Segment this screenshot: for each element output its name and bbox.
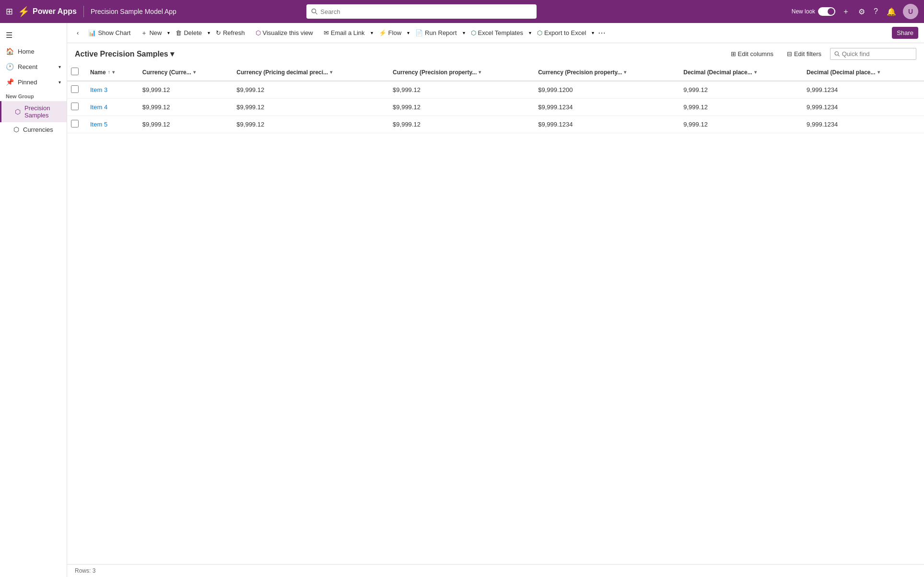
sidebar-item-pinned[interactable]: 📌 Pinned ▾	[0, 74, 67, 90]
delete-dropdown-icon[interactable]: ▾	[208, 30, 210, 35]
row-decimal2: 9,999.1234	[801, 81, 924, 99]
new-look-label: New look	[792, 8, 815, 15]
notifications-button[interactable]: 🔔	[885, 5, 898, 18]
power-apps-icon: ⚡	[18, 6, 30, 17]
flow-dropdown-icon[interactable]: ▾	[407, 30, 409, 35]
back-button[interactable]: ‹	[73, 27, 82, 39]
col-decimal1-label: Decimal (Decimal place...	[683, 69, 752, 76]
excel-templates-button[interactable]: ⬡ Excel Templates	[466, 27, 528, 39]
row-checkbox-cell[interactable]	[67, 99, 84, 116]
share-label: Share	[897, 29, 913, 36]
sidebar-group-label: New Group	[0, 90, 67, 101]
refresh-icon: ↻	[216, 29, 221, 36]
refresh-button[interactable]: ↻ Refresh	[211, 27, 250, 39]
decimal1-filter-icon[interactable]: ▾	[754, 69, 757, 75]
row-currency3: $9,999.12	[387, 116, 532, 133]
row-count-label: Rows: 3	[75, 567, 95, 574]
new-look-toggle[interactable]	[818, 7, 835, 16]
currencies-icon: ⬡	[13, 126, 19, 133]
name-filter-icon[interactable]: ▾	[112, 69, 115, 75]
excel-templates-icon: ⬡	[471, 29, 476, 36]
col-header-currency4[interactable]: Currency (Precision property... ▾	[532, 64, 678, 81]
visualize-button[interactable]: ⬡ Visualize this view	[251, 27, 318, 39]
email-dropdown-icon[interactable]: ▾	[371, 30, 373, 35]
delete-button[interactable]: 🗑 Delete	[171, 27, 207, 39]
row-currency1: $9,999.12	[137, 81, 231, 99]
row-checkbox-cell[interactable]	[67, 81, 84, 99]
row-checkbox[interactable]	[71, 85, 79, 93]
svg-line-1	[316, 12, 317, 14]
row-decimal1: 9,999.12	[678, 116, 801, 133]
help-button[interactable]: ?	[872, 5, 880, 18]
col-header-currency1[interactable]: Currency (Curre... ▾	[137, 64, 231, 81]
app-name-label: Precision Sample Model App	[91, 8, 176, 15]
export-excel-button[interactable]: ⬡ Export to Excel	[532, 27, 591, 39]
visualize-label: Visualize this view	[263, 29, 313, 36]
svg-point-0	[312, 9, 316, 13]
row-checkbox-cell[interactable]	[67, 116, 84, 133]
export-dropdown-icon[interactable]: ▾	[592, 30, 594, 35]
quick-find-box[interactable]	[830, 48, 916, 60]
col-header-currency3[interactable]: Currency (Precision property... ▾	[387, 64, 532, 81]
row-currency2: $9,999.12	[231, 116, 387, 133]
table-row: Item 3 $9,999.12 $9,999.12 $9,999.12 $9,…	[67, 81, 924, 99]
excel-templates-dropdown-icon[interactable]: ▾	[529, 30, 531, 35]
sidebar-item-precision-samples[interactable]: ⬡ Precision Samples	[0, 101, 67, 122]
sidebar-item-currencies[interactable]: ⬡ Currencies	[0, 122, 67, 137]
chart-icon: 📊	[88, 29, 96, 36]
settings-button[interactable]: ⚙	[856, 5, 867, 18]
quick-find-input[interactable]	[842, 50, 912, 58]
currency1-filter-icon[interactable]: ▾	[193, 69, 196, 75]
share-button[interactable]: Share	[892, 27, 918, 39]
data-table-container: Name ↑ ▾ Currency (Curre... ▾	[67, 64, 924, 564]
sidebar-collapse-button[interactable]: ☰	[0, 27, 67, 44]
flow-icon: ⚡	[379, 29, 386, 36]
flow-button[interactable]: ⚡ Flow	[374, 27, 406, 39]
col-header-currency2[interactable]: Currency (Pricing decimal preci... ▾	[231, 64, 387, 81]
app-logo: ⚡ Power Apps	[18, 6, 77, 17]
table-header: Name ↑ ▾ Currency (Curre... ▾	[67, 64, 924, 81]
add-button[interactable]: ＋	[840, 5, 852, 19]
row-checkbox[interactable]	[71, 103, 79, 110]
view-title[interactable]: Active Precision Samples ▾	[75, 49, 174, 58]
col-header-decimal2[interactable]: Decimal (Decimal place... ▾	[801, 64, 924, 81]
currency2-filter-icon[interactable]: ▾	[330, 69, 332, 75]
edit-columns-button[interactable]: ⊞ Edit columns	[726, 48, 778, 60]
more-options-button[interactable]: ⋯	[595, 26, 608, 40]
sidebar-home-label: Home	[18, 48, 35, 55]
email-icon: ✉	[324, 29, 329, 36]
search-input[interactable]	[320, 8, 532, 15]
sidebar-item-home[interactable]: 🏠 Home	[0, 44, 67, 59]
new-dropdown-icon[interactable]: ▾	[167, 30, 170, 35]
new-icon: ＋	[141, 29, 147, 37]
select-all-header[interactable]	[67, 64, 84, 81]
col-header-name[interactable]: Name ↑ ▾	[84, 64, 137, 81]
select-all-checkbox[interactable]	[71, 68, 79, 75]
precision-samples-icon: ⬡	[15, 108, 21, 115]
item-link[interactable]: Item 5	[90, 121, 107, 128]
grid-icon[interactable]: ⊞	[6, 6, 13, 17]
edit-columns-icon: ⊞	[731, 50, 736, 58]
run-report-button[interactable]: 📄 Run Report	[410, 27, 461, 39]
user-avatar[interactable]: U	[903, 4, 918, 19]
svg-line-3	[838, 55, 840, 56]
show-chart-button[interactable]: 📊 Show Chart	[83, 27, 135, 39]
decimal2-filter-icon[interactable]: ▾	[877, 69, 880, 75]
item-link[interactable]: Item 3	[90, 86, 107, 93]
global-search-box[interactable]	[306, 4, 537, 19]
item-link[interactable]: Item 4	[90, 104, 107, 111]
currency4-filter-icon[interactable]: ▾	[624, 69, 626, 75]
edit-filters-button[interactable]: ⊟ Edit filters	[782, 48, 826, 60]
data-table: Name ↑ ▾ Currency (Curre... ▾	[67, 64, 924, 133]
new-button[interactable]: ＋ New	[136, 26, 166, 40]
row-checkbox[interactable]	[71, 120, 79, 127]
currency3-filter-icon[interactable]: ▾	[479, 69, 481, 75]
row-currency1: $9,999.12	[137, 99, 231, 116]
report-dropdown-icon[interactable]: ▾	[463, 30, 465, 35]
email-link-button[interactable]: ✉ Email a Link	[319, 27, 370, 39]
filter-icon: ⊟	[787, 50, 792, 58]
table-body: Item 3 $9,999.12 $9,999.12 $9,999.12 $9,…	[67, 81, 924, 133]
row-decimal1: 9,999.12	[678, 81, 801, 99]
sidebar-item-recent[interactable]: 🕐 Recent ▾	[0, 59, 67, 74]
col-header-decimal1[interactable]: Decimal (Decimal place... ▾	[678, 64, 801, 81]
